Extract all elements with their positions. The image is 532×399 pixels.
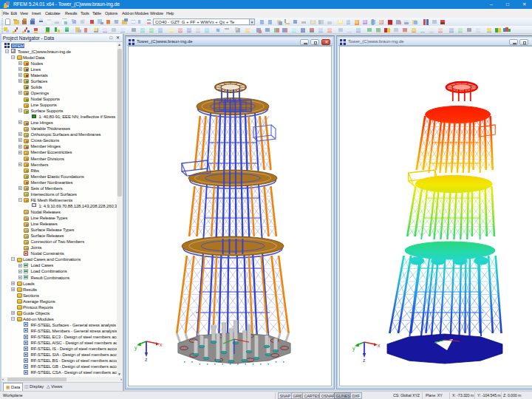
svg-text:x: x (378, 343, 381, 348)
svg-text:y: y (134, 345, 137, 351)
svg-text:z: z (145, 357, 148, 361)
svg-text:y: y (352, 346, 355, 352)
svg-text:x: x (160, 342, 163, 347)
svg-text:z: z (363, 358, 366, 362)
